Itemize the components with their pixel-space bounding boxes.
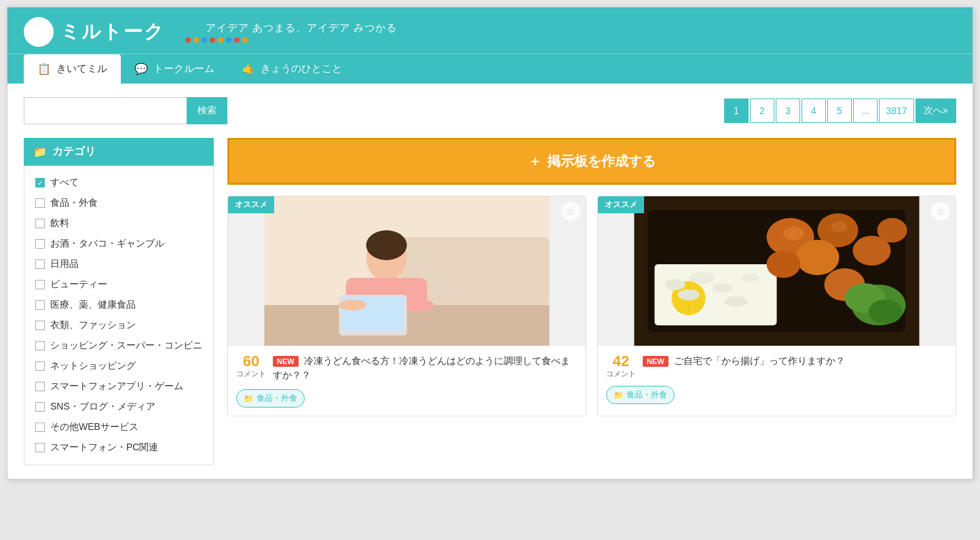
- sidebar-header-label: カテゴリ: [52, 145, 96, 159]
- svg-line-1: [42, 35, 47, 40]
- svg-point-30: [690, 272, 715, 284]
- cat-drink-label: 飲料: [50, 217, 69, 230]
- dot1: [185, 37, 191, 43]
- inner-card: ミルトーク アイデア あつまる、アイデア みつかる 📋: [7, 7, 973, 480]
- card-2-body: 42 コメント NEW ご自宅で「から揚げ」って作りますか？: [598, 346, 956, 412]
- svg-point-19: [767, 251, 801, 278]
- check-food: [35, 198, 45, 208]
- page-btn-ellipsis: ...: [853, 98, 878, 123]
- logo-area: ミルトーク: [24, 17, 165, 47]
- category-alcohol[interactable]: お酒・タバコ・ギャンブル: [24, 234, 213, 254]
- check-drink: [35, 219, 45, 228]
- card-2-comment-number: 42: [606, 354, 636, 369]
- talkroom-icon: 💬: [134, 62, 148, 75]
- cards-grid: オススメ ☆ 60 コメント NEW: [227, 196, 956, 416]
- category-medical[interactable]: 医療、薬、健康食品: [24, 295, 213, 315]
- cat-shopping-label: ショッピング・スーパー・コンビニ: [50, 340, 202, 352]
- check-app: [35, 382, 45, 391]
- check-daily: [35, 259, 45, 269]
- page-btn-next[interactable]: 次へ»: [916, 98, 956, 123]
- card-1-title-area: NEW 冷凍うどん食べる方！冷凍うどんはどのように調理して食べますか？？: [273, 354, 578, 382]
- page-btn-last[interactable]: 3817: [879, 98, 914, 123]
- card-1-category-tag[interactable]: 📁 食品・外食: [236, 389, 305, 408]
- tab-kiitemiru[interactable]: 📋 きいてミル: [24, 54, 121, 84]
- cat-all-label: すべて: [50, 177, 79, 189]
- cat-beauty-label: ビューティー: [50, 278, 107, 291]
- card-2-title-area: NEW ご自宅で「から揚げ」って作りますか？: [643, 354, 947, 368]
- card-2-image: [598, 196, 956, 346]
- header: ミルトーク アイデア あつまる、アイデア みつかる: [7, 7, 973, 54]
- card-2-image-area: オススメ ☆: [598, 196, 956, 346]
- cat-daily-label: 日用品: [50, 258, 79, 270]
- svg-point-29: [665, 279, 685, 290]
- check-sns: [35, 402, 45, 412]
- card-1-comment-count-area: 60 コメント: [236, 354, 266, 379]
- category-sns[interactable]: SNS・ブログ・メディア: [24, 397, 213, 417]
- create-board-button[interactable]: ＋ 掲示板を作成する: [227, 138, 956, 185]
- search-input[interactable]: [24, 97, 187, 124]
- cat-web-label: その他WEBサービス: [50, 421, 138, 433]
- cat-netshopping-label: ネットショッピング: [50, 360, 136, 372]
- card-2-category-tag[interactable]: 📁 食品・外食: [606, 386, 675, 404]
- card-1-cat-label: 食品・外食: [257, 393, 297, 404]
- category-shopping[interactable]: ショッピング・スーパー・コンビニ: [24, 336, 213, 356]
- tab-hitokoto[interactable]: 🤙 きょうのひとこと: [228, 54, 356, 84]
- category-app[interactable]: スマートフォンアプリ・ゲーム: [24, 376, 213, 397]
- check-netshopping: [35, 361, 45, 371]
- category-drink[interactable]: 飲料: [24, 213, 213, 234]
- check-medical: [35, 300, 45, 310]
- check-pc: [35, 443, 45, 452]
- search-button[interactable]: 検索: [187, 97, 227, 124]
- page-btn-4[interactable]: 4: [802, 98, 826, 123]
- category-netshopping[interactable]: ネットショッピング: [24, 356, 213, 376]
- svg-point-22: [784, 227, 804, 240]
- tab-talkroom[interactable]: 💬 トークルーム: [121, 54, 228, 84]
- card-2[interactable]: オススメ ☆ 42 コメント NEW: [597, 196, 956, 416]
- sidebar-header: 📁 カテゴリ: [24, 138, 214, 166]
- nav-bar: 📋 きいてミル 💬 トークルーム 🤙 きょうのひとこと: [7, 54, 973, 84]
- main-panel: ＋ 掲示板を作成する: [227, 138, 956, 465]
- category-all[interactable]: ✓ すべて: [24, 173, 213, 193]
- svg-point-17: [796, 240, 840, 275]
- check-all: ✓: [35, 178, 45, 187]
- hitokoto-icon: 🤙: [242, 62, 255, 75]
- card-2-star-icon[interactable]: ☆: [931, 202, 950, 221]
- card-2-new-badge: NEW: [643, 356, 668, 367]
- svg-point-31: [678, 289, 700, 300]
- page-btn-3[interactable]: 3: [776, 98, 800, 123]
- category-fashion[interactable]: 衣類、ファッション: [24, 315, 213, 336]
- svg-point-32: [713, 283, 732, 293]
- svg-point-23: [831, 221, 848, 232]
- card-1-comment-number: 60: [236, 354, 266, 369]
- category-web[interactable]: その他WEBサービス: [24, 417, 213, 437]
- two-col-layout: 📁 カテゴリ ✓ すべて 食品・外食: [24, 138, 956, 465]
- category-daily[interactable]: 日用品: [24, 254, 213, 274]
- logo-icon: [24, 17, 54, 47]
- card-1-body: 60 コメント NEW 冷凍うどん食べる方！冷凍うどんはどのように調理して食べま…: [228, 346, 586, 416]
- page-btn-2[interactable]: 2: [750, 98, 774, 123]
- card-1-osusume-badge: オススメ: [228, 196, 274, 213]
- svg-point-34: [741, 274, 759, 282]
- cat-fashion-label: 衣類、ファッション: [50, 319, 136, 331]
- pagination: 1 2 3 4 5 ... 3817 次へ»: [724, 98, 956, 123]
- check-alcohol: [35, 239, 45, 249]
- category-food[interactable]: 食品・外食: [24, 193, 213, 213]
- category-beauty[interactable]: ビューティー: [24, 274, 213, 295]
- card-1-cat-icon: 📁: [244, 394, 254, 403]
- category-pc[interactable]: スマートフォン・PC関連: [24, 437, 213, 458]
- card-1-stats-row: 60 コメント NEW 冷凍うどん食べる方！冷凍うどんはどのように調理して食べま…: [236, 354, 578, 382]
- main-content: 検索 1 2 3 4 5 ... 3817 次へ» 📁: [7, 84, 973, 479]
- tagline-area: アイデア あつまる、アイデア みつかる: [185, 22, 397, 43]
- dot7: [234, 37, 240, 43]
- cat-medical-label: 医療、薬、健康食品: [50, 299, 136, 311]
- cat-app-label: スマートフォンアプリ・ゲーム: [50, 380, 183, 393]
- create-board-plus-icon: ＋: [528, 152, 542, 170]
- card-1-star-icon[interactable]: ☆: [561, 202, 580, 221]
- page-btn-5[interactable]: 5: [827, 98, 852, 123]
- sidebar: 📁 カテゴリ ✓ すべて 食品・外食: [24, 138, 214, 465]
- card-2-comment-label: コメント: [606, 369, 636, 379]
- card-1[interactable]: オススメ ☆ 60 コメント NEW: [227, 196, 586, 416]
- dot6: [226, 37, 231, 43]
- page-btn-1[interactable]: 1: [724, 98, 749, 123]
- card-1-image-area: オススメ ☆: [228, 196, 586, 346]
